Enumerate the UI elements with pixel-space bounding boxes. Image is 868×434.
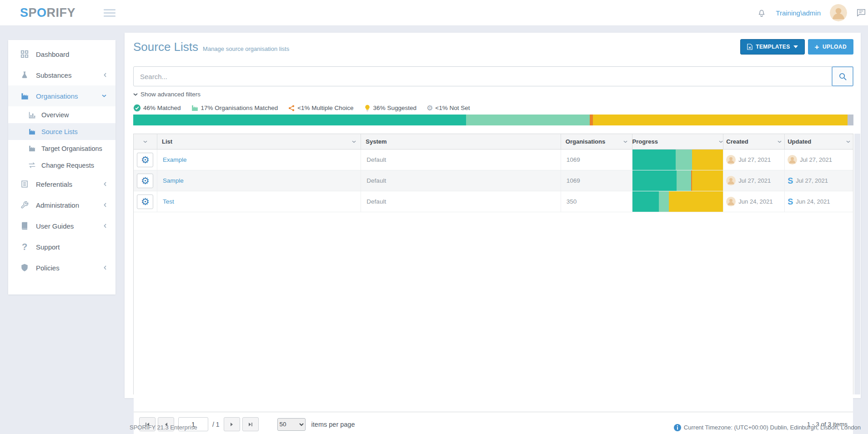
shield-icon xyxy=(20,264,29,272)
gear-icon: ⚙ xyxy=(141,176,150,185)
chevron-down-icon xyxy=(719,140,723,143)
logo-letter-o: O xyxy=(37,6,47,20)
factory-icon xyxy=(28,145,36,152)
chevron-left-icon xyxy=(104,265,106,270)
wrench-icon xyxy=(20,201,29,209)
table-row: ⚙ Test Default 350 Jun 24, 2021 S Jun 24… xyxy=(134,191,853,212)
sidebar-item-support[interactable]: ? Support xyxy=(8,236,115,257)
updated-date: Jul 27, 2021 xyxy=(800,156,832,163)
table-empty-area xyxy=(134,212,853,412)
factory-icon xyxy=(191,104,199,112)
organisations-count: 1069 xyxy=(567,156,580,163)
logo-letters-rify: RIFY xyxy=(47,6,76,20)
page-subtitle: Manage source organisation lists xyxy=(203,45,289,52)
column-header-organisations[interactable]: Organisations xyxy=(561,134,632,149)
swap-arrows-icon xyxy=(28,161,36,169)
row-settings-button[interactable]: ⚙ xyxy=(137,195,153,209)
sidebar: Dashboard Substances Organisations Overv… xyxy=(8,40,115,294)
progress-legend: 46% Matched 17% Organisations Matched <1… xyxy=(133,104,470,112)
table-header-row: List System Organisations Progress Creat… xyxy=(134,134,853,150)
system-value: Default xyxy=(366,177,386,184)
check-circle-icon xyxy=(133,104,141,112)
user-avatar[interactable] xyxy=(830,4,847,21)
sidebar-item-user-guides[interactable]: User Guides xyxy=(8,215,115,236)
column-header-actions[interactable] xyxy=(134,134,157,149)
notifications-bell-icon[interactable] xyxy=(757,8,767,18)
user-avatar-icon xyxy=(726,176,736,185)
table-row: ⚙ Example Default 1069 Jul 27, 2021 Jul … xyxy=(134,150,853,170)
created-date: Jun 24, 2021 xyxy=(738,198,773,205)
show-advanced-filters-toggle[interactable]: Show advanced filters xyxy=(133,91,201,98)
dashboard-grid-icon xyxy=(20,50,29,58)
stat-organisations-matched: 17% Organisations Matched xyxy=(191,104,278,112)
chevron-down-icon xyxy=(102,95,106,97)
organisations-count: 1069 xyxy=(567,177,580,184)
plus-icon: + xyxy=(815,43,819,51)
timezone-label: Current Timezone: (UTC+00:00) Dublin, Ed… xyxy=(684,424,861,431)
sidebar-item-policies[interactable]: Policies xyxy=(8,257,115,278)
templates-button[interactable]: TEMPLATES xyxy=(740,39,804,55)
row-settings-button[interactable]: ⚙ xyxy=(137,153,153,167)
sidebar-item-substances[interactable]: Substances xyxy=(8,65,115,85)
factory-icon xyxy=(20,92,29,100)
sporify-s-icon: S xyxy=(788,177,793,185)
gear-icon: ⚙ xyxy=(426,104,433,112)
column-header-created[interactable]: Created xyxy=(723,134,785,149)
topbar: SPORIFY Training\admin xyxy=(0,0,868,25)
list-document-icon xyxy=(20,180,29,188)
column-header-system[interactable]: System xyxy=(361,134,561,149)
chevron-left-icon xyxy=(104,203,106,207)
source-lists-table: List System Organisations Progress Creat… xyxy=(133,134,853,394)
row-settings-button[interactable]: ⚙ xyxy=(137,174,153,188)
info-icon xyxy=(674,424,681,431)
app-version-label: SPORIFY 21.3 Enterprise xyxy=(130,424,197,431)
row-progress-bar xyxy=(632,170,723,191)
overall-progress-bar xyxy=(133,115,853,125)
stat-multiple-choice: <1% Multiple Choice xyxy=(288,105,353,112)
sidebar-item-dashboard[interactable]: Dashboard xyxy=(8,44,115,65)
feedback-chat-icon[interactable] xyxy=(856,8,866,18)
search-input[interactable] xyxy=(133,66,832,86)
book-icon xyxy=(20,222,29,230)
created-date: Jul 27, 2021 xyxy=(738,156,771,163)
footer: SPORIFY 21.3 Enterprise Current Timezone… xyxy=(0,421,868,434)
sidebar-item-overview[interactable]: Overview xyxy=(8,106,115,123)
stat-matched: 46% Matched xyxy=(133,104,181,112)
grid-scrollbar-track[interactable] xyxy=(854,134,860,394)
created-date: Jul 27, 2021 xyxy=(738,177,771,184)
sidebar-item-referentials[interactable]: Referentials xyxy=(8,174,115,195)
upload-button[interactable]: + UPLOAD xyxy=(808,39,853,55)
chevron-left-icon xyxy=(104,224,106,228)
sidebar-item-change-requests[interactable]: Change Requests xyxy=(8,157,115,174)
table-row: ⚙ Sample Default 1069 Jul 27, 2021 S Jul… xyxy=(134,170,853,191)
chevron-down-icon xyxy=(133,93,138,96)
chevron-left-icon xyxy=(104,182,106,186)
sidebar-item-administration[interactable]: Administration xyxy=(8,195,115,215)
list-link[interactable]: Example xyxy=(163,156,187,163)
user-avatar-icon xyxy=(726,197,736,206)
stat-suggested: 36% Suggested xyxy=(364,105,416,112)
sporify-s-icon: S xyxy=(788,198,793,206)
list-link[interactable]: Test xyxy=(163,198,174,205)
list-link[interactable]: Sample xyxy=(163,177,184,184)
sidebar-item-source-lists[interactable]: Source Lists xyxy=(8,123,115,140)
sporify-logo[interactable]: SPORIFY xyxy=(20,6,75,20)
flask-icon xyxy=(20,71,29,79)
user-avatar-icon xyxy=(726,155,736,165)
updated-date: Jul 27, 2021 xyxy=(796,177,828,184)
column-header-progress[interactable]: Progress xyxy=(632,134,724,149)
sidebar-item-organisations[interactable]: Organisations xyxy=(8,85,115,106)
column-header-updated[interactable]: Updated xyxy=(785,134,853,149)
search-button[interactable] xyxy=(832,66,853,86)
chevron-down-icon xyxy=(846,140,850,143)
page-title: Source Lists xyxy=(133,40,198,54)
organisations-submenu: Overview Source Lists Target Organisatio… xyxy=(8,106,115,174)
sidebar-item-target-organisations[interactable]: Target Organisations xyxy=(8,140,115,157)
user-menu[interactable]: Training\admin xyxy=(776,9,821,17)
hamburger-menu-icon[interactable] xyxy=(104,7,115,19)
column-header-list[interactable]: List xyxy=(157,134,361,149)
chevron-down-icon xyxy=(778,140,782,143)
updated-date: Jun 24, 2021 xyxy=(796,198,830,205)
user-avatar-icon xyxy=(788,155,797,165)
search-icon xyxy=(838,72,847,81)
